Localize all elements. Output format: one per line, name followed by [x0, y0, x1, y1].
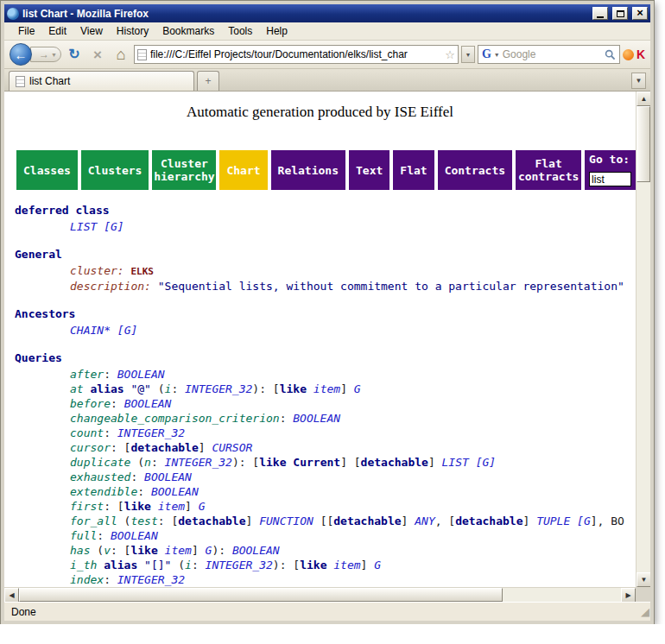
class-link[interactable]: G: [199, 500, 206, 513]
vertical-scrollbar[interactable]: ▲ ▼: [636, 92, 650, 587]
class-link[interactable]: BOOLEAN: [151, 485, 199, 498]
class-link[interactable]: ]: [117, 220, 124, 233]
forward-dropdown-icon[interactable]: ▼: [51, 52, 57, 58]
class-link[interactable]: LIST: [442, 456, 469, 469]
code-line: changeable_comparison_criterion: BOOLEAN: [15, 411, 636, 426]
class-link[interactable]: [: [469, 456, 483, 469]
minimize-button[interactable]: [592, 7, 608, 20]
horizontal-scrollbar[interactable]: ◀ ▶: [4, 587, 650, 602]
class-link[interactable]: ANY: [415, 515, 434, 527]
class-link[interactable]: LIST: [70, 220, 97, 233]
class-link[interactable]: INTEGER_32: [165, 456, 232, 469]
class-link[interactable]: G: [374, 559, 381, 571]
menu-file[interactable]: File: [11, 23, 41, 39]
page-favicon-icon: [137, 49, 147, 60]
reload-button[interactable]: ↻: [64, 44, 85, 65]
class-link[interactable]: INTEGER_32: [117, 426, 185, 439]
navigation-toolbar: ← →▼ ↻ × ⌂ file:///C:/Eiffel Projects/to…: [4, 41, 650, 69]
maximize-button[interactable]: [612, 7, 628, 20]
nav-button-flat[interactable]: Flat: [393, 150, 434, 190]
vertical-scroll-track[interactable]: [636, 182, 650, 572]
class-link[interactable]: FUNCTION: [259, 515, 314, 527]
class-link[interactable]: item: [165, 544, 192, 557]
class-link[interactable]: BOOLEAN: [232, 544, 280, 557]
class-link[interactable]: BOOLEAN: [144, 470, 192, 483]
class-link[interactable]: item: [314, 382, 340, 395]
class-link[interactable]: G: [111, 220, 117, 233]
nav-button-classes[interactable]: Classes: [16, 150, 78, 190]
feature-name: changeable_comparison_criterion: [70, 412, 280, 425]
goto-input[interactable]: [589, 172, 631, 186]
menu-edit[interactable]: Edit: [41, 23, 73, 39]
class-link[interactable]: CURSOR: [212, 441, 252, 454]
nav-button-contracts[interactable]: Contracts: [438, 150, 512, 190]
menu-bookmarks[interactable]: Bookmarks: [155, 23, 221, 39]
forward-button[interactable]: →▼: [30, 47, 61, 62]
addon-orange-icon[interactable]: [623, 49, 634, 60]
code-token: detachable: [178, 515, 245, 527]
url-bar[interactable]: file:///C:/Eiffel Projects/tour/Document…: [134, 45, 459, 64]
google-engine-icon[interactable]: G: [482, 47, 491, 61]
class-link[interactable]: ]: [130, 324, 137, 337]
class-link[interactable]: TUPLE: [536, 515, 570, 527]
menu-view[interactable]: View: [73, 23, 110, 39]
class-link[interactable]: G: [584, 515, 591, 527]
class-link[interactable]: item: [333, 559, 360, 571]
url-dropdown-button[interactable]: ▼: [461, 46, 475, 63]
tab-list-chart[interactable]: list Chart: [9, 71, 194, 91]
resize-grip[interactable]: ◢: [641, 606, 650, 617]
url-text[interactable]: file:///C:/Eiffel Projects/tour/Document…: [150, 48, 441, 60]
back-button[interactable]: ←: [10, 43, 32, 66]
code-token: ]: [246, 515, 260, 527]
class-link[interactable]: [: [111, 324, 124, 337]
code-line: CHAIN* [G]: [15, 323, 636, 338]
nav-button-chart[interactable]: Chart: [219, 150, 267, 190]
scroll-right-button[interactable]: ▶: [621, 588, 636, 603]
horizontal-scroll-track[interactable]: [503, 588, 621, 602]
class-link[interactable]: BOOLEAN: [124, 397, 172, 410]
code-token: "Sequential lists, without commitment to…: [158, 280, 624, 293]
class-link[interactable]: BOOLEAN: [117, 368, 165, 381]
horizontal-scroll-thumb[interactable]: [19, 588, 503, 602]
feature-name: before: [70, 397, 111, 410]
class-link[interactable]: CHAIN*: [70, 324, 111, 337]
new-tab-stub[interactable]: +: [197, 71, 219, 91]
nav-button-clusters[interactable]: Clusters: [81, 150, 149, 190]
class-link[interactable]: INTEGER_32: [206, 559, 273, 571]
nav-button-relations[interactable]: Relations: [271, 150, 345, 190]
nav-button-cluster-hierarchy[interactable]: Cluster hierarchy: [152, 150, 216, 190]
code-token: (: [171, 559, 185, 571]
list-all-tabs-button[interactable]: ▼: [631, 73, 646, 89]
class-link[interactable]: ]: [489, 456, 496, 469]
class-link[interactable]: INTEGER_32: [117, 573, 185, 586]
menu-tools[interactable]: Tools: [221, 23, 259, 39]
search-magnifier-icon[interactable]: [605, 49, 616, 60]
menu-help[interactable]: Help: [259, 23, 294, 39]
class-link[interactable]: BOOLEAN: [111, 529, 158, 542]
scroll-left-button[interactable]: ◀: [4, 588, 19, 603]
bookmark-star-icon[interactable]: ☆: [445, 48, 455, 61]
nav-button-flat-contracts[interactable]: Flat contracts: [516, 150, 581, 190]
class-link[interactable]: [: [97, 220, 111, 233]
class-link[interactable]: INTEGER_32: [185, 382, 252, 395]
stop-button[interactable]: ×: [87, 44, 108, 65]
menu-history[interactable]: History: [110, 23, 155, 39]
code-token: ]: [340, 382, 354, 395]
nav-button-text[interactable]: Text: [349, 150, 390, 190]
scroll-down-button[interactable]: ▼: [636, 572, 651, 587]
scroll-up-button[interactable]: ▲: [636, 92, 651, 106]
class-link[interactable]: item: [158, 500, 185, 513]
section-heading-general: General: [15, 247, 636, 262]
close-button[interactable]: ×: [632, 7, 648, 20]
class-link[interactable]: [: [570, 515, 584, 527]
vertical-scroll-thumb[interactable]: [636, 106, 650, 182]
search-input[interactable]: Google: [503, 48, 602, 60]
code-line: extendible: BOOLEAN: [15, 484, 636, 499]
addon-k-icon[interactable]: K: [636, 47, 645, 61]
search-box[interactable]: G ▼ Google: [478, 45, 620, 64]
class-link[interactable]: BOOLEAN: [293, 412, 340, 425]
class-link[interactable]: G: [354, 382, 361, 395]
code-token: [[: [314, 515, 333, 527]
home-button[interactable]: ⌂: [111, 44, 131, 65]
search-engine-dropdown-icon[interactable]: ▼: [494, 52, 500, 58]
